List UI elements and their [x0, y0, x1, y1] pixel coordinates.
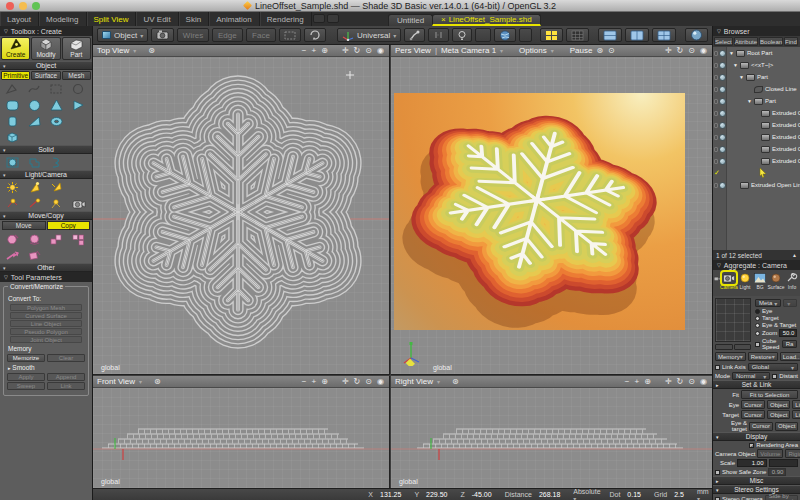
- target-object-button[interactable]: Object: [767, 410, 790, 419]
- grid-view-button[interactable]: [566, 28, 589, 42]
- move-arrow-icon[interactable]: [2, 248, 22, 263]
- pan-icon[interactable]: ✛: [665, 377, 673, 386]
- orbit-icon[interactable]: ↻: [354, 377, 362, 386]
- tree-item[interactable]: Extruded Closed: [727, 119, 800, 131]
- zoom-out-icon[interactable]: −: [302, 46, 308, 55]
- move-tab[interactable]: Move: [2, 221, 46, 230]
- front-view-canvas[interactable]: global: [93, 388, 389, 488]
- browser-tab-select[interactable]: Select: [714, 37, 733, 46]
- viewport-top[interactable]: Top View▾ ⊛ − + ⊕ ✛ ↻ ⊙ ◉: [93, 45, 390, 375]
- eyetarget-cursor-button[interactable]: Cursor: [749, 422, 773, 431]
- link-axis-dropdown[interactable]: Global▾: [748, 363, 798, 371]
- create-button[interactable]: Create: [1, 37, 30, 60]
- universal-manipulator-button[interactable]: Universal▾: [337, 28, 401, 42]
- modify-button[interactable]: Modify: [31, 37, 60, 60]
- clear-button[interactable]: Clear: [47, 354, 85, 362]
- wires-button[interactable]: Wires: [177, 28, 209, 42]
- visibility-toggle[interactable]: [719, 50, 726, 57]
- eyetarget-object-button[interactable]: Object: [775, 422, 798, 431]
- camera-view-icon[interactable]: ◉: [377, 377, 385, 386]
- zoom-tool-icon[interactable]: ⊕: [321, 46, 329, 55]
- tree-item[interactable]: ▼Part: [727, 95, 800, 107]
- viewport-pers[interactable]: Pers View | Meta Camera 1▾ Options▾ Paus…: [391, 45, 712, 375]
- refresh-icon[interactable]: ⊛: [596, 46, 604, 55]
- absolute-dropdown[interactable]: Absolute ▾: [573, 488, 602, 500]
- spot-light-icon[interactable]: [24, 180, 44, 195]
- small-toggle-button[interactable]: [519, 28, 532, 42]
- view-settings-icon[interactable]: ⊛: [154, 377, 162, 386]
- right-view-canvas[interactable]: global: [391, 388, 712, 488]
- doc-tab-untitled[interactable]: Untitled: [388, 14, 433, 26]
- scale-field[interactable]: 1.00: [737, 459, 767, 467]
- pan-icon[interactable]: ✛: [342, 46, 350, 55]
- camera-tool-icon[interactable]: [68, 196, 88, 211]
- top-view-canvas[interactable]: global: [93, 57, 389, 374]
- marquee-button[interactable]: [279, 28, 301, 42]
- pan-icon[interactable]: ✛: [342, 377, 350, 386]
- meta-dropdown[interactable]: Meta▾: [755, 299, 781, 307]
- display-section[interactable]: ▾Display: [713, 432, 800, 441]
- eye-link-button[interactable]: Link: [792, 400, 800, 409]
- pause-button[interactable]: Pause: [570, 46, 593, 55]
- light-camera-section-header[interactable]: ▾Light/Camera: [0, 170, 92, 179]
- memorize-button[interactable]: Memorize: [7, 354, 45, 362]
- view-settings-icon[interactable]: ⊛: [148, 46, 156, 55]
- eye-object-button[interactable]: Object: [767, 400, 790, 409]
- tab-layout[interactable]: Layout: [0, 12, 39, 26]
- orbit-icon[interactable]: ↻: [354, 46, 362, 55]
- zoom-in-icon[interactable]: +: [312, 377, 318, 386]
- solid-section-header[interactable]: ▾Solid: [0, 145, 92, 154]
- preview-prev-button[interactable]: [715, 344, 733, 350]
- tree-item[interactable]: Closed Line: [727, 83, 800, 95]
- orbit-icon[interactable]: ↻: [677, 46, 685, 55]
- zoom-tool-icon[interactable]: ⊕: [644, 377, 652, 386]
- meta-sub-dropdown[interactable]: ▾: [783, 299, 797, 307]
- zoom-radio[interactable]: [755, 331, 760, 336]
- pers-view-canvas[interactable]: global: [391, 57, 712, 374]
- options-menu[interactable]: Options: [519, 46, 547, 55]
- target-link-button[interactable]: Link: [792, 410, 800, 419]
- link-button[interactable]: Link: [47, 382, 85, 390]
- aggregate-header[interactable]: ▽Aggregate : Camera: [713, 260, 800, 270]
- tree-item[interactable]: Extruded Closed: [727, 107, 800, 119]
- sphere-icon[interactable]: [24, 98, 44, 113]
- copy-tab[interactable]: Copy: [47, 221, 91, 230]
- camera-view-icon[interactable]: ◉: [377, 46, 385, 55]
- tree-item[interactable]: Extruded Closed: [727, 143, 800, 155]
- tree-item[interactable]: ▼Part: [727, 71, 800, 83]
- tree-item[interactable]: Extruded Closed: [727, 131, 800, 143]
- zoom-radio-row[interactable]: Zoom50.0: [753, 329, 799, 337]
- load-button[interactable]: Load...: [780, 352, 800, 361]
- close-tab-icon[interactable]: ×: [441, 15, 446, 24]
- sphere-copy-icon[interactable]: [24, 232, 44, 247]
- distant-checkbox[interactable]: [772, 374, 777, 379]
- camera-view-icon[interactable]: ◉: [700, 46, 708, 55]
- mode-dropdown[interactable]: Normal▾: [732, 372, 770, 380]
- visibility-toggle[interactable]: [719, 74, 726, 81]
- camera-toolbar-button[interactable]: [151, 28, 174, 42]
- zoom-value-field[interactable]: 50.0: [779, 329, 797, 337]
- stereo-dropdown[interactable]: Side by Side▴: [765, 495, 798, 500]
- magnify-icon[interactable]: ⊙: [688, 46, 696, 55]
- visibility-toggle[interactable]: [719, 182, 726, 189]
- visibility-toggle[interactable]: [719, 110, 726, 117]
- doc-tab-active[interactable]: ×LineOffset_Sample.shd: [432, 14, 541, 26]
- magnify-icon[interactable]: ⊙: [688, 377, 696, 386]
- tab-menu-button[interactable]: [327, 14, 339, 23]
- eye-radio[interactable]: [755, 309, 760, 314]
- rotate-mode-button[interactable]: [304, 28, 326, 42]
- screen-layout-1-button[interactable]: [598, 28, 622, 42]
- curved-surface-button[interactable]: Curved Surface: [10, 312, 82, 319]
- blank-button[interactable]: [475, 28, 491, 42]
- visibility-toggle[interactable]: [719, 158, 726, 165]
- misc-section[interactable]: ▸Misc: [713, 476, 800, 485]
- pan-icon[interactable]: ✛: [665, 46, 673, 55]
- rigid-button[interactable]: Rigid: [785, 449, 800, 458]
- curve-tool-icon[interactable]: [24, 82, 44, 97]
- polygon-mesh-button[interactable]: Polygon Mesh: [10, 304, 82, 311]
- sweep-button[interactable]: Sweep: [7, 382, 45, 390]
- browser-header[interactable]: ▽Browser: [713, 26, 800, 36]
- circle-tool-icon[interactable]: [68, 82, 88, 97]
- aggregate-tab-light[interactable]: Light: [738, 272, 752, 290]
- view-settings-icon[interactable]: ⊛: [452, 377, 460, 386]
